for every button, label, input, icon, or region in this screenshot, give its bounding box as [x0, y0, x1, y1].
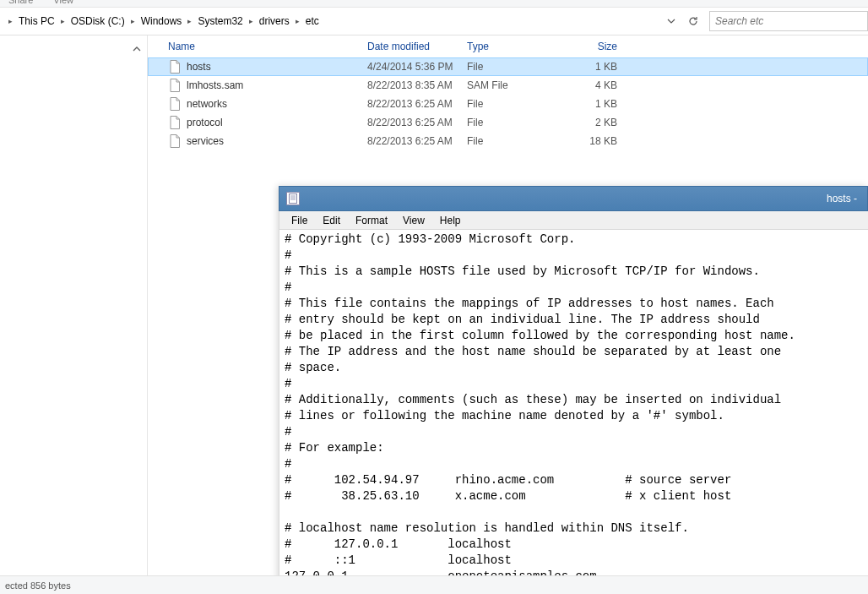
file-date: 8/22/2013 8:35 AM — [367, 79, 467, 91]
file-row[interactable]: services8/22/2013 6:25 AMFile18 KB — [148, 132, 868, 150]
file-size: 18 KB — [567, 135, 617, 147]
notepad-menubar: File Edit Format View Help — [279, 211, 868, 230]
file-icon — [168, 116, 182, 129]
svg-rect-0 — [290, 194, 297, 204]
breadcrumb-item[interactable]: This PC — [16, 11, 57, 31]
file-type: SAM File — [467, 79, 567, 91]
file-name: protocol — [187, 117, 223, 128]
file-date: 4/24/2014 5:36 PM — [367, 61, 467, 73]
status-bar: ected 856 bytes — [0, 575, 868, 594]
column-header-date[interactable]: Date modified — [367, 41, 467, 52]
navigation-pane[interactable] — [0, 35, 148, 575]
chevron-right-icon[interactable]: ▸ — [131, 17, 135, 25]
file-type: File — [467, 117, 567, 128]
notepad-icon — [286, 192, 300, 205]
address-bar: ▸ This PC ▸ OSDisk (C:) ▸ Windows ▸ Syst… — [0, 7, 868, 35]
scroll-up-icon[interactable] — [130, 42, 144, 56]
breadcrumb[interactable]: ▸ This PC ▸ OSDisk (C:) ▸ Windows ▸ Syst… — [0, 11, 655, 31]
column-header-type[interactable]: Type — [467, 41, 567, 52]
breadcrumb-item[interactable]: drivers — [257, 11, 292, 31]
chevron-right-icon[interactable]: ▸ — [296, 17, 300, 25]
breadcrumb-item[interactable]: OSDisk (C:) — [68, 11, 127, 31]
file-name: services — [187, 135, 224, 147]
notepad-titlebar[interactable]: hosts - — [279, 186, 868, 211]
file-date: 8/22/2013 6:25 AM — [367, 135, 467, 147]
column-headers[interactable]: Name Date modified Type Size — [148, 35, 868, 57]
chevron-right-icon[interactable]: ▸ — [8, 17, 13, 25]
menu-file[interactable]: File — [285, 213, 314, 228]
file-row[interactable]: networks8/22/2013 6:25 AMFile1 KB — [148, 95, 868, 113]
breadcrumb-item[interactable]: etc — [303, 11, 322, 31]
file-size: 1 KB — [567, 61, 617, 73]
search-box[interactable] — [709, 11, 868, 31]
ribbon-tab-share[interactable]: Share — [8, 0, 33, 5]
ribbon-tabs: Share View — [0, 0, 868, 7]
file-row[interactable]: protocol8/22/2013 6:25 AMFile2 KB — [148, 113, 868, 132]
menu-view[interactable]: View — [396, 213, 431, 228]
ribbon-tab-view[interactable]: View — [53, 0, 73, 5]
history-dropdown-icon[interactable] — [664, 14, 679, 29]
file-icon — [168, 134, 182, 148]
breadcrumb-item[interactable]: Windows — [138, 11, 185, 31]
notepad-text-area[interactable]: # Copyright (c) 1993-2009 Microsoft Corp… — [279, 230, 868, 594]
file-name: hosts — [187, 61, 211, 73]
file-size: 1 KB — [567, 98, 617, 110]
column-header-name[interactable]: Name — [168, 41, 367, 52]
menu-edit[interactable]: Edit — [316, 213, 347, 228]
file-size: 2 KB — [567, 117, 617, 128]
chevron-right-icon[interactable]: ▸ — [187, 17, 192, 25]
file-name: networks — [187, 98, 227, 110]
breadcrumb-item[interactable]: System32 — [195, 11, 245, 31]
file-name: lmhosts.sam — [187, 79, 243, 91]
menu-help[interactable]: Help — [433, 213, 468, 228]
search-input[interactable] — [715, 15, 862, 27]
file-type: File — [467, 98, 567, 110]
file-icon — [168, 97, 182, 111]
status-text: ected 856 bytes — [5, 580, 71, 591]
chevron-right-icon[interactable]: ▸ — [249, 17, 253, 25]
file-date: 8/22/2013 6:25 AM — [367, 117, 467, 128]
notepad-title: hosts - — [307, 193, 860, 204]
file-date: 8/22/2013 6:25 AM — [367, 98, 467, 110]
file-type: File — [467, 61, 567, 73]
file-icon — [168, 79, 182, 92]
file-type: File — [467, 135, 567, 147]
file-row[interactable]: lmhosts.sam8/22/2013 8:35 AMSAM File4 KB — [148, 76, 868, 95]
file-row[interactable]: hosts4/24/2014 5:36 PMFile1 KB — [148, 57, 868, 76]
column-header-size[interactable]: Size — [567, 41, 617, 52]
notepad-window[interactable]: hosts - File Edit Format View Help # Cop… — [279, 186, 868, 594]
refresh-icon[interactable] — [686, 14, 701, 29]
file-icon — [168, 60, 182, 74]
file-size: 4 KB — [567, 79, 617, 91]
chevron-right-icon[interactable]: ▸ — [61, 17, 65, 25]
menu-format[interactable]: Format — [349, 213, 394, 228]
